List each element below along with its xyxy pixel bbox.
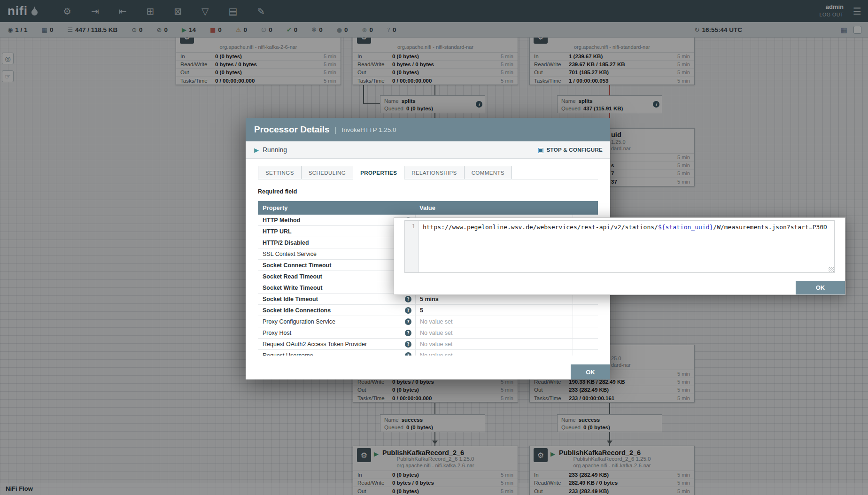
- property-label: Request Username: [263, 352, 313, 356]
- required-field-note: Required field: [258, 188, 297, 195]
- dialog-header: Processor Details | InvokeHTTP 1.25.0: [246, 118, 610, 141]
- property-value[interactable]: No value set: [415, 327, 573, 338]
- property-label: HTTP URL: [263, 228, 292, 235]
- tab-properties[interactable]: PROPERTIES: [353, 166, 404, 179]
- stop-configure-label: STOP & CONFIGURE: [547, 147, 603, 153]
- property-label: SSL Context Service: [263, 251, 317, 257]
- tab-relationships[interactable]: RELATIONSHIPS: [404, 166, 464, 179]
- el-open-bracket: ${: [658, 224, 666, 231]
- property-label: Proxy Configuration Service: [263, 318, 335, 325]
- property-label: Socket Idle Connections: [263, 307, 331, 314]
- property-row[interactable]: Proxy Host?No value set: [258, 327, 598, 339]
- property-label: Socket Connect Timeout: [263, 262, 331, 269]
- help-icon[interactable]: ?: [405, 341, 411, 348]
- property-row[interactable]: Socket Idle Connections?5: [258, 305, 598, 316]
- help-icon[interactable]: ?: [405, 307, 411, 314]
- property-value[interactable]: No value set: [415, 316, 573, 327]
- property-label: Socket Write Timeout: [263, 285, 322, 291]
- property-label: Request OAuth2 Access Token Provider: [263, 341, 367, 348]
- help-icon[interactable]: ?: [405, 352, 411, 356]
- property-value[interactable]: 5 mins: [415, 294, 573, 304]
- running-status-icon: ▶: [254, 147, 259, 154]
- value-editor[interactable]: 1 https://www.pegelonline.wsv.de/webserv…: [404, 220, 835, 273]
- line-number-gutter: 1: [405, 221, 419, 272]
- line-number: 1: [412, 223, 415, 230]
- property-label: Proxy Host: [263, 330, 291, 336]
- help-icon[interactable]: ?: [405, 296, 411, 302]
- tab-comments[interactable]: COMMENTS: [465, 166, 512, 179]
- property-column-header: Property: [258, 204, 415, 211]
- property-row[interactable]: Request OAuth2 Access Token Provider?No …: [258, 339, 598, 350]
- value-editor-popup: 1 https://www.pegelonline.wsv.de/webserv…: [394, 217, 845, 295]
- stop-and-configure-button[interactable]: ▣ STOP & CONFIGURE: [537, 146, 603, 154]
- dialog-title-separator: |: [335, 126, 337, 134]
- dialog-subtitle: InvokeHTTP 1.25.0: [341, 126, 396, 133]
- property-row[interactable]: Proxy Configuration Service?No value set: [258, 316, 598, 327]
- editor-ok-button[interactable]: OK: [796, 281, 845, 294]
- property-label: Socket Read Timeout: [263, 273, 322, 280]
- resize-handle[interactable]: [829, 267, 834, 272]
- help-icon[interactable]: ?: [405, 330, 411, 336]
- property-label: HTTP/2 Disabled: [263, 240, 309, 246]
- value-column-header: Value: [415, 204, 435, 211]
- el-variable: station_uuid: [666, 224, 710, 231]
- property-value[interactable]: No value set: [415, 350, 573, 356]
- dialog-status-row: ▶ Running ▣ STOP & CONFIGURE: [246, 141, 610, 159]
- dialog-title: Processor Details: [254, 124, 330, 135]
- nifi-app: Namesplits Queued0 (0 bytes) i Namesplit…: [0, 0, 868, 495]
- url-text: https://www.pegelonline.wsv.de/webservic…: [423, 224, 658, 231]
- status-label: Running: [263, 146, 287, 154]
- stop-configure-icon: ▣: [537, 146, 543, 154]
- property-row[interactable]: Socket Idle Timeout?5 mins: [258, 294, 598, 305]
- property-value[interactable]: 5: [415, 305, 573, 316]
- property-label: HTTP Method: [263, 217, 300, 224]
- dialog-ok-button[interactable]: OK: [571, 364, 610, 379]
- properties-table-header: Property Value: [258, 201, 598, 215]
- help-icon[interactable]: ?: [405, 318, 411, 325]
- tab-scheduling[interactable]: SCHEDULING: [302, 166, 353, 179]
- property-value[interactable]: No value set: [415, 339, 573, 349]
- url-text: /W/measurements.json?start=P30D: [713, 224, 827, 231]
- tab-settings[interactable]: SETTINGS: [258, 166, 302, 179]
- dialog-tabs: SETTINGS SCHEDULING PROPERTIES RELATIONS…: [258, 166, 598, 179]
- editor-code-line[interactable]: https://www.pegelonline.wsv.de/webservic…: [419, 221, 834, 272]
- property-label: Socket Idle Timeout: [263, 296, 318, 302]
- property-row[interactable]: Request Username?No value set: [258, 350, 598, 356]
